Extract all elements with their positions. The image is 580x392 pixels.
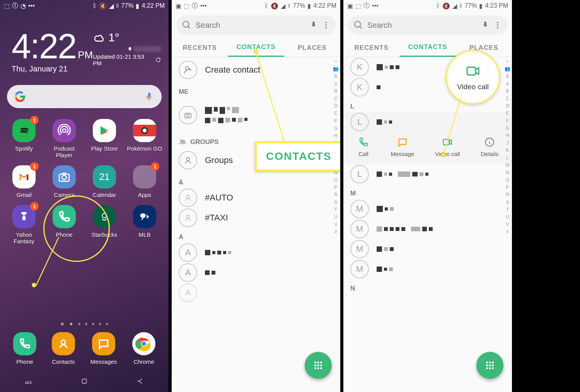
app-podcast[interactable]: Podcast Player: [46, 119, 83, 158]
mic-icon[interactable]: [481, 21, 490, 29]
mic-icon[interactable]: [309, 21, 318, 29]
section-amp: &: [172, 173, 340, 188]
svg-rect-49: [467, 67, 476, 75]
app-playstore[interactable]: Play Store: [86, 119, 123, 158]
contact-avatar: [179, 188, 197, 207]
contact-avatar: K: [350, 78, 369, 97]
svg-point-32: [320, 367, 322, 369]
tab-places[interactable]: PLACES: [284, 39, 340, 57]
mute-icon: 🔇: [99, 2, 107, 10]
contact-avatar: A: [179, 263, 197, 282]
app-starbucks[interactable]: Starbucks: [86, 205, 123, 244]
video-icon: [463, 63, 483, 79]
action-details[interactable]: Details: [481, 137, 498, 157]
svg-point-19: [181, 140, 183, 142]
svg-point-15: [325, 27, 327, 29]
app-mlb[interactable]: MLB: [126, 205, 163, 244]
svg-point-16: [186, 66, 189, 70]
dock-messages[interactable]: Messages: [90, 332, 117, 365]
contact-row[interactable]: A: [172, 243, 340, 263]
page-indicator[interactable]: [0, 322, 169, 326]
tab-contacts[interactable]: CONTACTS: [228, 39, 284, 57]
svg-point-29: [320, 365, 322, 367]
alpha-index[interactable]: ☆👥&ABCDEFGHJKLMNOPRSTUV#: [505, 58, 510, 236]
app-yahoo-fantasy[interactable]: 1Yahoo Fantasy: [5, 205, 43, 244]
app-apps-folder[interactable]: 1Apps: [126, 165, 163, 198]
app-gmail[interactable]: 1Gmail: [5, 165, 43, 198]
mic-icon[interactable]: [145, 92, 154, 101]
redacted-name: [377, 119, 392, 125]
action-message[interactable]: Message: [391, 137, 414, 157]
contact-row[interactable]: M: [343, 239, 512, 259]
more-icon[interactable]: [322, 21, 330, 29]
svg-point-6: [61, 340, 66, 344]
app-spotify[interactable]: 1Spotify: [5, 119, 43, 158]
dialpad-fab[interactable]: [476, 352, 503, 379]
contact-row[interactable]: A: [172, 283, 340, 303]
google-search-bar[interactable]: [7, 85, 162, 108]
svg-point-14: [325, 24, 327, 26]
svg-rect-5: [61, 323, 64, 326]
app-pokemon-go[interactable]: Pokémon GO: [126, 119, 163, 158]
widget-date[interactable]: Thu, January 21: [12, 64, 93, 73]
svg-point-46: [486, 367, 488, 369]
contact-row[interactable]: L: [343, 164, 512, 184]
redacted-name: [205, 250, 231, 255]
svg-point-31: [317, 367, 319, 369]
contact-avatar: K: [350, 58, 369, 76]
action-video-call[interactable]: Video call: [435, 137, 460, 157]
svg-point-4: [102, 214, 106, 218]
dock-contacts[interactable]: Contacts: [52, 332, 75, 365]
facebook-notif-icon: ⓕ: [12, 2, 18, 10]
widget-clock[interactable]: 4:22: [12, 27, 76, 66]
search-input[interactable]: [367, 21, 477, 30]
tab-contacts[interactable]: CONTACTS: [399, 39, 455, 57]
home-button[interactable]: [80, 377, 89, 385]
signal-icon: ⫴: [116, 2, 119, 9]
search-bar[interactable]: [348, 15, 507, 35]
back-button[interactable]: [136, 377, 145, 385]
dock-phone[interactable]: Phone: [13, 332, 36, 365]
battery-pct: 77%: [293, 2, 305, 9]
wifi-icon: ◢: [452, 2, 457, 10]
create-contact-row[interactable]: Create contact: [172, 57, 340, 83]
svg-point-45: [492, 365, 494, 367]
contact-row[interactable]: M: [343, 219, 512, 239]
search-bar[interactable]: [176, 15, 336, 35]
contact-avatar: A: [179, 283, 197, 302]
app-camera[interactable]: Camera: [46, 165, 83, 198]
svg-point-36: [497, 24, 498, 26]
me-contact-row[interactable]: [172, 97, 340, 133]
status-bar: ▣ ⬚ ⓕ ••• ᛒ 🔇 ◢ ⫴ 77% ▮ 4:23 PM: [343, 0, 512, 12]
section-m: M: [343, 184, 512, 199]
app-calendar[interactable]: 21Calendar: [86, 165, 123, 198]
contact-row[interactable]: M: [343, 199, 512, 219]
contact-row[interactable]: M: [343, 259, 512, 279]
contact-row[interactable]: A: [172, 263, 340, 283]
contact-row[interactable]: #TAXI: [172, 208, 340, 228]
svg-point-13: [325, 22, 327, 24]
contact-avatar: L: [350, 165, 369, 183]
tab-recents[interactable]: RECENTS: [343, 39, 399, 57]
facebook-notif-icon: ⓕ: [363, 2, 370, 10]
mute-icon: 🔇: [271, 2, 278, 10]
contact-row[interactable]: #AUTO: [172, 188, 340, 208]
more-notif-icon: •••: [28, 2, 35, 9]
notif-icon: ▣: [347, 2, 353, 10]
svg-point-3: [62, 175, 66, 180]
svg-point-48: [492, 367, 494, 369]
action-call[interactable]: Call: [357, 137, 370, 157]
more-icon[interactable]: [493, 21, 502, 29]
phone-app-contacts: ▣ ⬚ ⓕ ••• ᛒ 🔇 ◢ ⫴ 77% ▮ 4:22 PM RECENTS …: [172, 0, 340, 392]
contact-row-expanded[interactable]: L: [343, 112, 512, 132]
dock-chrome[interactable]: Chrome: [132, 332, 155, 365]
recents-button[interactable]: [24, 377, 32, 385]
tab-recents[interactable]: RECENTS: [172, 39, 228, 57]
search-input[interactable]: [196, 21, 305, 30]
app-phone[interactable]: Phone: [46, 205, 83, 244]
svg-point-40: [486, 361, 488, 363]
battery-icon: ▮: [479, 2, 483, 10]
weather-widget[interactable]: 1°: [93, 31, 161, 44]
svg-point-26: [320, 361, 322, 363]
dialpad-fab[interactable]: [305, 352, 332, 379]
